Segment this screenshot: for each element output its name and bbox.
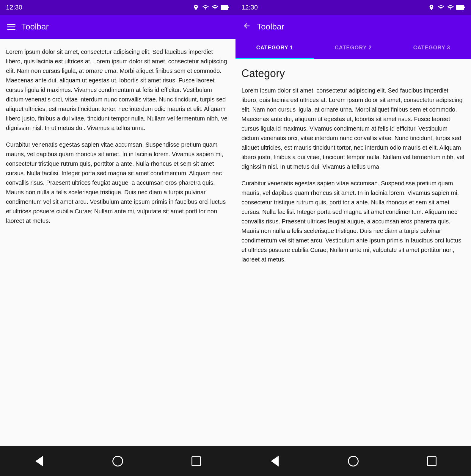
home-button-2[interactable] (346, 454, 361, 469)
status-bar-1: 12:30 (0, 0, 236, 15)
svg-rect-0 (221, 5, 228, 10)
toolbar-title-1: Toolbar (21, 22, 49, 32)
battery-icon-2 (456, 4, 465, 11)
recents-button-2[interactable] (424, 454, 439, 469)
time-2: 12:30 (241, 4, 258, 11)
recents-button-1[interactable] (189, 454, 204, 469)
content-paragraph-4: Curabitur venenatis egestas sapien vitae… (241, 178, 465, 264)
back-icon[interactable] (243, 22, 251, 32)
tab-category-1[interactable]: CATEGORY 1 (236, 39, 314, 59)
content-area-2: Category Lorem ipsum dolor sit amet, con… (236, 59, 471, 446)
status-icons-1 (193, 4, 230, 11)
back-button-1[interactable] (32, 454, 47, 469)
content-heading: Category (241, 67, 465, 80)
home-button-1[interactable] (110, 454, 125, 469)
toolbar-title-2: Toolbar (257, 22, 284, 32)
wifi-icon-2 (437, 4, 445, 11)
wifi-icon (202, 4, 209, 11)
nav-bar-2 (236, 446, 471, 476)
toolbar-2: Toolbar (236, 15, 471, 39)
phone-1: 12:30 Toolbar Lorem ipsum dolor sit amet… (0, 0, 236, 476)
battery-icon (221, 4, 230, 11)
location-icon-2 (428, 4, 435, 11)
toolbar-1: Toolbar (0, 15, 236, 39)
content-area-1: Lorem ipsum dolor sit amet, consectetur … (0, 39, 236, 446)
tabs-bar: CATEGORY 1 CATEGORY 2 CATEGORY 3 (236, 39, 471, 59)
content-paragraph-3: Lorem ipsum dolor sit amet, consectetur … (241, 86, 465, 171)
signal-icon (212, 4, 218, 11)
svg-rect-1 (228, 7, 229, 8)
location-icon (193, 4, 199, 11)
content-paragraph-1: Lorem ipsum dolor sit amet, consectetur … (6, 47, 230, 133)
tab-category-2[interactable]: CATEGORY 2 (314, 39, 392, 59)
signal-icon-2 (447, 4, 454, 11)
svg-rect-3 (464, 7, 465, 8)
status-icons-2 (428, 4, 465, 11)
nav-bar-1 (0, 446, 236, 476)
tab-category-3[interactable]: CATEGORY 3 (392, 39, 471, 59)
phone-2: 12:30 Toolbar CATEGORY 1 CATEGORY 2 CATE… (236, 0, 471, 476)
status-bar-2: 12:30 (236, 0, 471, 15)
back-button-2[interactable] (267, 454, 282, 469)
hamburger-icon[interactable] (7, 24, 15, 30)
time-1: 12:30 (6, 4, 22, 11)
content-paragraph-2: Curabitur venenatis egestas sapien vitae… (6, 140, 230, 226)
svg-rect-2 (456, 5, 464, 10)
